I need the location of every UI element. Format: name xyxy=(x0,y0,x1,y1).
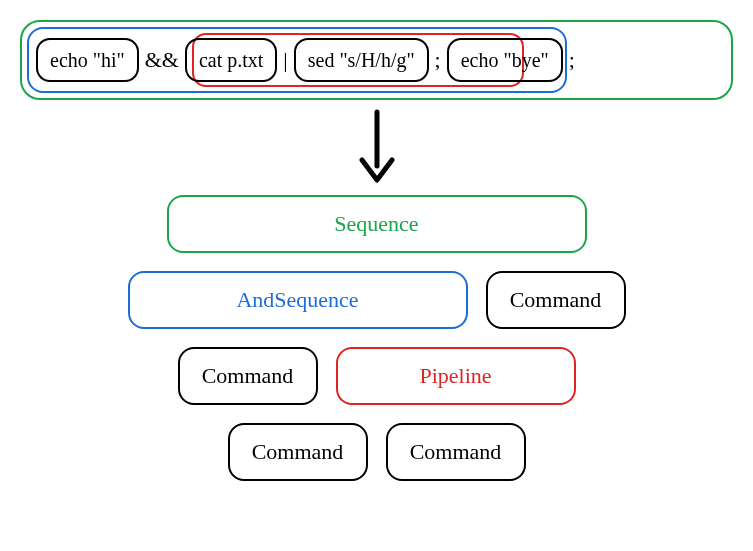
tree-row-2: AndSequence Command xyxy=(0,271,753,329)
node-sequence: Sequence xyxy=(167,195,587,253)
operator-and: && xyxy=(145,47,179,73)
tree-row-3: Command Pipeline xyxy=(0,347,753,405)
node-command-2: Command xyxy=(178,347,318,405)
cmd-sed: sed "s/H/h/g" xyxy=(294,38,429,82)
command-row: echo "hi" && cat p.txt | sed "s/H/h/g" ;… xyxy=(36,38,581,82)
operator-semicolon-1: ; xyxy=(435,47,441,73)
cmd-cat: cat p.txt xyxy=(185,38,277,82)
cmd-echo-bye: echo "bye" xyxy=(447,38,563,82)
parse-tree: Sequence AndSequence Command Command Pip… xyxy=(0,195,753,499)
tree-row-1: Sequence xyxy=(0,195,753,253)
cmd-echo-hi: echo "hi" xyxy=(36,38,139,82)
node-pipeline: Pipeline xyxy=(336,347,576,405)
node-command-4: Command xyxy=(386,423,526,481)
operator-semicolon-2: ; xyxy=(569,47,575,73)
tree-row-4: Command Command xyxy=(0,423,753,481)
operator-pipe: | xyxy=(283,47,287,73)
node-command-1: Command xyxy=(486,271,626,329)
node-and-sequence: AndSequence xyxy=(128,271,468,329)
command-line-diagram: echo "hi" && cat p.txt | sed "s/H/h/g" ;… xyxy=(20,20,733,100)
node-command-3: Command xyxy=(228,423,368,481)
down-arrow-icon xyxy=(354,108,400,186)
